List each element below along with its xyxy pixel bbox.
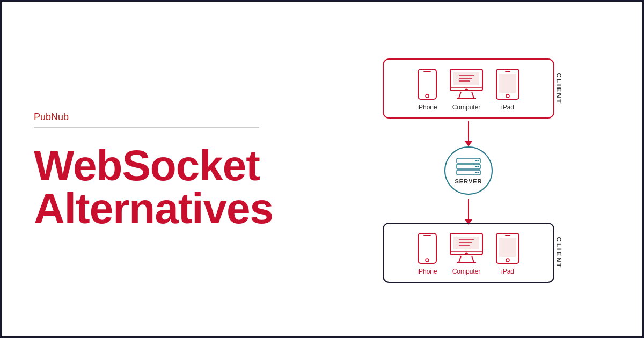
svg-rect-27: [423, 235, 431, 236]
svg-point-21: [478, 160, 479, 161]
server-text: SERVER: [455, 178, 482, 185]
svg-point-25: [478, 172, 479, 173]
svg-point-14: [506, 94, 509, 98]
bottom-client-box: iPhone Com: [383, 223, 554, 283]
iphone-icon-bottom: [417, 232, 437, 264]
bottom-computer: Computer: [448, 232, 485, 275]
arrow-down-top: [468, 121, 469, 142]
top-computer-label: Computer: [452, 104, 481, 111]
bottom-ipad-label: iPad: [501, 268, 514, 275]
svg-line-4: [459, 92, 461, 98]
arrow-down-bottom: [468, 199, 469, 221]
divider: [34, 127, 259, 128]
computer-icon-bottom: [448, 232, 485, 264]
top-iphone: iPhone: [417, 68, 437, 111]
iphone-icon-top: [417, 68, 437, 100]
svg-point-2: [426, 94, 429, 98]
server-icon: [456, 157, 481, 177]
bottom-iphone: iPhone: [417, 232, 437, 275]
top-ipad-label: iPad: [501, 104, 514, 111]
svg-rect-9: [453, 72, 479, 85]
bottom-ipad: iPad: [495, 232, 520, 275]
svg-rect-41: [505, 235, 510, 236]
top-iphone-label: iPhone: [417, 104, 437, 111]
brand-label: PubNub: [34, 112, 281, 123]
svg-line-31: [472, 256, 474, 262]
svg-point-20: [475, 160, 477, 161]
ipad-icon-top: [495, 68, 520, 100]
page-container: PubNub WebSocket Alternatives iPhone: [2, 2, 644, 338]
svg-line-5: [472, 92, 474, 98]
svg-point-22: [475, 166, 477, 167]
svg-point-8: [465, 89, 468, 90]
svg-point-23: [478, 166, 479, 167]
svg-rect-1: [423, 71, 431, 72]
main-title: WebSocket Alternatives: [34, 144, 281, 230]
svg-rect-42: [499, 238, 516, 257]
left-section: PubNub WebSocket Alternatives: [2, 2, 313, 338]
svg-rect-35: [453, 237, 479, 249]
svg-point-34: [465, 253, 468, 254]
bottom-device-row: iPhone Com: [417, 232, 520, 275]
svg-point-24: [475, 172, 477, 173]
top-client-label: CLIENT: [555, 73, 563, 105]
bottom-client-label: CLIENT: [555, 237, 563, 269]
top-client-box: iPhone Com: [383, 58, 554, 119]
top-computer: Computer: [448, 68, 485, 111]
top-ipad: iPad: [495, 68, 520, 111]
computer-icon-top: [448, 68, 485, 100]
svg-line-30: [459, 256, 461, 262]
title-line1: WebSocket: [34, 142, 260, 189]
bottom-iphone-label: iPhone: [417, 268, 437, 275]
svg-rect-15: [505, 71, 510, 72]
svg-rect-16: [499, 74, 516, 93]
server-container: SERVER: [444, 146, 493, 195]
svg-point-28: [426, 259, 429, 262]
svg-point-40: [506, 259, 509, 262]
top-device-row: iPhone Com: [417, 68, 520, 111]
bottom-computer-label: Computer: [452, 268, 481, 275]
ipad-icon-bottom: [495, 232, 520, 264]
right-section: iPhone Com: [313, 2, 644, 338]
server-circle: SERVER: [444, 146, 493, 195]
title-line2: Alternatives: [34, 185, 273, 232]
